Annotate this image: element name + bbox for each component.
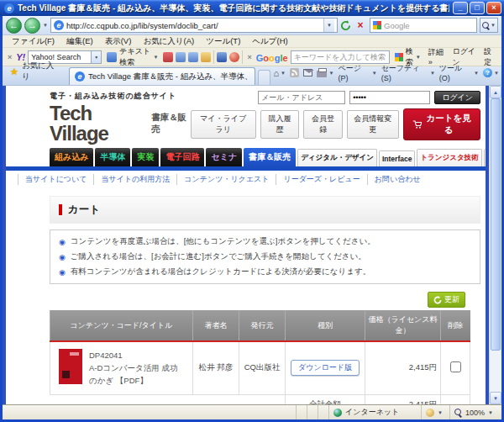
item-title[interactable]: A-Dコンバータ活用 成功のかぎ 【PDF】 (89, 363, 177, 385)
menu-favorites[interactable]: お気に入り(A) (137, 36, 200, 47)
subnav: 当サイトについて 当サイトの利用方法 コンテンツ・リクエスト リーダーズ・レビュ… (6, 171, 486, 187)
refresh-cart-button[interactable]: 更新 (428, 292, 465, 308)
refresh-icon (433, 296, 442, 304)
highlighter-icon[interactable] (163, 52, 173, 62)
zoom-icon (454, 409, 462, 416)
cart-table: コンテンツ・コード/タイトル 著者名 発行元 種別 価格（ライセンス料金） 削除 (50, 310, 470, 404)
help-menu[interactable]: ?▼ (483, 68, 499, 77)
address-search-placeholder[interactable]: Google (384, 21, 474, 30)
tools-menu[interactable]: ツール(O)▼ (439, 63, 479, 82)
refresh-icon[interactable] (340, 20, 351, 31)
url-text[interactable]: http://cc.cqpub.co.jp/lib/system/doclib_… (66, 21, 321, 30)
tab-favicon: e (75, 71, 85, 82)
menu-bar: ファイル(F) 編集(E) 表示(V) お気に入り(A) ツール(T) ヘルプ(… (3, 35, 501, 48)
translate-icon[interactable] (217, 52, 227, 62)
stop-icon[interactable]: × (354, 19, 367, 31)
scrollbar-thumb[interactable] (491, 98, 501, 351)
url-dropdown-icon[interactable]: ▼ (323, 18, 334, 32)
back-button[interactable]: ← (6, 18, 22, 34)
protected-mode-cell[interactable]: ▼ (421, 405, 449, 419)
new-tab-stub[interactable] (258, 70, 271, 85)
col-price: 価格（ライセンス料金） (365, 310, 441, 341)
messenger-icon[interactable] (229, 52, 239, 62)
search-go-button[interactable]: ▼ (480, 18, 498, 33)
scroll-down-icon[interactable]: ▼ (490, 392, 501, 404)
zoom-level: 100% (465, 409, 485, 417)
address-search-box[interactable]: Google (370, 18, 477, 33)
password-field[interactable] (349, 91, 430, 104)
subnav-about[interactable]: 当サイトについて (18, 174, 93, 185)
search-options-dropdown-icon[interactable]: ▼ (491, 23, 496, 28)
member-register-button[interactable]: 会員登録 (303, 110, 343, 139)
tab-interface[interactable]: Interface (379, 150, 415, 166)
page-menu[interactable]: ページ(P)▼ (338, 63, 376, 82)
col-publisher: 発行元 (239, 310, 286, 341)
cart-heading-box: カート (50, 196, 480, 224)
tab-digital-design[interactable]: ディジタル・デザイン (297, 149, 377, 166)
notice-line: ◉有料コンテンツが含まれる場合はクレジットカードによる決済が必要になります。 (59, 266, 471, 277)
read-mail-icon[interactable] (303, 69, 313, 76)
command-bar: ⌂▼ ▼ ページ(P)▼ セーフティ(S)▼ ツール(O)▼ ?▼ (273, 63, 499, 85)
home-button[interactable]: ⌂▼ (273, 68, 286, 78)
tab-library-sales[interactable]: 書庫＆販売 (244, 148, 296, 166)
google-toolbar-close-icon[interactable]: × (245, 53, 253, 61)
toolbar-separator (213, 50, 214, 64)
history-dropdown-icon[interactable]: ▼ (43, 23, 48, 28)
member-info-button[interactable]: 会員情報変更 (347, 110, 399, 139)
scrollbar-track[interactable] (491, 98, 501, 392)
col-type: 種別 (286, 310, 365, 341)
subnav-request[interactable]: コンテンツ・リクエスト (176, 174, 276, 185)
forward-button[interactable]: → (24, 18, 40, 34)
menu-tools[interactable]: ツール(T) (200, 36, 246, 47)
maximize-button[interactable]: □ (470, 2, 485, 14)
close-button[interactable]: × (486, 2, 501, 14)
url-field[interactable]: e http://cc.cqpub.co.jp/lib/system/docli… (50, 18, 338, 33)
menu-help[interactable]: ヘルプ(H) (246, 36, 293, 47)
browser-tab[interactable]: e Tech Village 書庫＆販売 - 組み込み、半導体、実... (69, 67, 255, 85)
tab-elekijack[interactable]: エレキジャック (484, 149, 489, 166)
tab-transistor-gijutsu[interactable]: トランジスタ技術 (417, 149, 481, 166)
view-cart-button[interactable]: カートを見る (403, 108, 480, 140)
titlebar[interactable]: e Tech Village 書庫＆販売 - 組み込み、半導体、実装、電子回路に… (0, 0, 504, 16)
subnav-howto[interactable]: 当サイトの利用方法 (93, 174, 176, 185)
tab-seminar[interactable]: セミナ (206, 148, 242, 166)
subnav-contact[interactable]: お問い合わせ (367, 174, 428, 185)
safety-menu[interactable]: セーフティ(S)▼ (381, 63, 435, 82)
google-search-input[interactable] (291, 50, 390, 64)
minimize-button[interactable]: _ (453, 2, 468, 14)
combo-dropdown-icon[interactable]: ▼ (91, 51, 101, 63)
tab-semiconductor[interactable]: 半導体 (95, 148, 130, 166)
google-logo: Google (256, 50, 288, 65)
mail-shortcut-icon[interactable] (176, 52, 186, 62)
purchase-history-button[interactable]: 購入履歴 (260, 110, 300, 139)
menu-view[interactable]: 表示(V) (99, 36, 138, 47)
favorites-button[interactable]: ★ お気に入り (5, 58, 66, 85)
google-search-icon (395, 53, 403, 61)
folder-icon[interactable] (201, 52, 211, 62)
tab-mounting[interactable]: 実装 (132, 148, 159, 166)
delete-checkbox[interactable] (450, 361, 461, 372)
scroll-up-icon[interactable]: ▲ (490, 86, 501, 98)
text-search-button[interactable]: テキスト検索 ▼ (104, 48, 160, 66)
vertical-scrollbar[interactable]: ▲ ▼ (489, 86, 501, 404)
menu-edit[interactable]: 編集(E) (60, 36, 99, 47)
feeds-icon[interactable] (290, 68, 299, 77)
notice-line: ◉ご購入される場合は、[お会計に進む]ボタンでご購入手続きを開始してください。 (59, 251, 471, 262)
notice-box: ◉コンテンツを再度選ぶ場合は、[他にもコンテンツを選ぶ]ボタンを押してください。… (50, 229, 480, 284)
login-button[interactable]: ログイン (434, 91, 480, 104)
email-field[interactable] (258, 91, 345, 104)
print-button[interactable]: ▼ (317, 68, 333, 77)
download-type-badge[interactable]: ダウンロード版 (291, 360, 360, 376)
my-library-button[interactable]: マイ・ライブラリ (191, 110, 256, 139)
tab-embedded[interactable]: 組み込み (50, 148, 93, 166)
bookmark-shortcut-icon[interactable] (188, 52, 198, 62)
techvillage-logo[interactable]: Tech Village (50, 103, 143, 144)
zoom-control[interactable]: 100% ▼ (449, 405, 501, 419)
bullet-icon: ◉ (59, 238, 66, 246)
item-price: 2,415円 (365, 341, 441, 394)
item-author: 松井 邦彦 (193, 341, 239, 394)
tab-circuits[interactable]: 電子回路 (160, 148, 204, 166)
page-viewport: 電子・組み込み技術の総合サイト Tech Village 書庫＆販売 ログイン (3, 86, 501, 404)
subnav-reviews[interactable]: リーダーズ・レビュー (276, 174, 366, 185)
menu-file[interactable]: ファイル(F) (6, 36, 60, 47)
